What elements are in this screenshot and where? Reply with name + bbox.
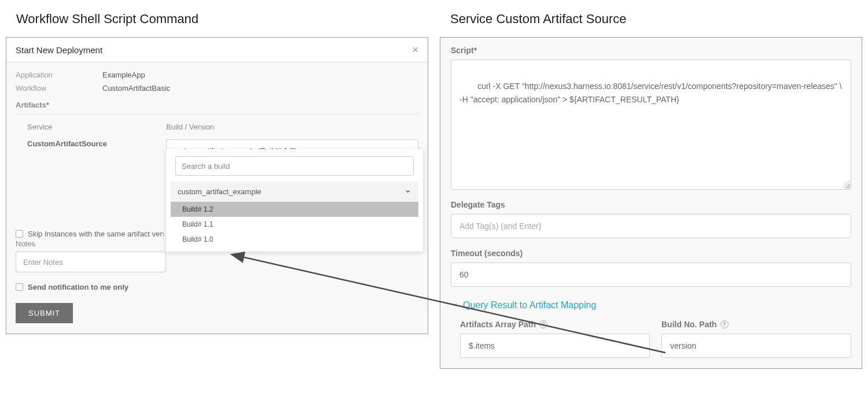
array-path-label-text: Artifacts Array Path <box>460 320 536 329</box>
service-column-header: Service <box>27 123 166 131</box>
build-search-placeholder: Search a build <box>182 162 230 171</box>
checkbox-icon[interactable] <box>16 283 23 291</box>
script-label: Script* <box>451 46 851 55</box>
service-name: CustomArtifactSource <box>27 139 166 148</box>
build-column-header: Build / Version <box>166 123 418 131</box>
build-option[interactable]: Build# 1.2 <box>171 202 418 217</box>
chevron-down-icon <box>451 300 458 310</box>
build-path-input[interactable]: version <box>661 334 851 358</box>
skip-instances-label: Skip Instances with the same artifact ve… <box>28 230 164 238</box>
build-group-header[interactable]: custom_artifact_example <box>171 182 418 202</box>
notify-label: Send notification to me only <box>28 283 128 291</box>
modal-title: Start New Deployment <box>16 45 102 55</box>
build-search-input[interactable]: Search a build <box>175 156 414 176</box>
build-option[interactable]: Build# 1.0 <box>171 232 418 247</box>
resize-handle-icon[interactable] <box>843 181 849 188</box>
timeout-input[interactable]: 60 <box>451 263 851 287</box>
array-path-label: Artifacts Array Path ? <box>460 320 650 329</box>
help-icon[interactable]: ? <box>539 320 547 328</box>
script-textarea[interactable]: curl -X GET "http://nexus3.harness.io:80… <box>451 60 851 190</box>
notes-placeholder: Enter Notes <box>23 258 63 267</box>
build-dropdown: Search a build custom_artifact_example B… <box>166 149 423 252</box>
build-group-name: custom_artifact_example <box>178 187 262 196</box>
mapping-header-text: Query Result to Artifact Mapping <box>463 300 596 310</box>
workflow-value: CustomArtifactBasic <box>102 84 170 93</box>
array-path-value: $.items <box>469 341 495 350</box>
mapping-collapse-header[interactable]: Query Result to Artifact Mapping <box>451 300 851 310</box>
application-value: ExampleApp <box>102 71 145 79</box>
artifacts-header: Artifacts* <box>16 101 418 114</box>
notes-input[interactable]: Enter Notes <box>16 252 166 272</box>
close-icon[interactable]: × <box>412 45 418 55</box>
right-section-title: Service Custom Artifact Source <box>450 12 862 27</box>
delegate-tags-label: Delegate Tags <box>451 200 851 209</box>
help-icon[interactable]: ? <box>720 320 729 328</box>
delegate-tags-input[interactable]: Add Tag(s) (and Enter) <box>451 214 851 238</box>
delegate-tags-placeholder: Add Tag(s) (and Enter) <box>459 221 541 231</box>
script-content: curl -X GET "http://nexus3.harness.io:80… <box>459 82 842 104</box>
build-path-label-text: Build No. Path <box>661 320 717 329</box>
artifact-source-panel: Script* curl -X GET "http://nexus3.harne… <box>440 37 862 369</box>
application-label: Application <box>16 71 102 79</box>
build-option[interactable]: Build# 1.1 <box>171 217 418 232</box>
chevron-down-icon <box>404 186 411 197</box>
timeout-label: Timeout (seconds) <box>451 249 851 258</box>
submit-button[interactable]: SUBMIT <box>16 303 73 323</box>
checkbox-icon[interactable] <box>16 230 23 238</box>
notify-row[interactable]: Send notification to me only <box>16 283 418 291</box>
build-path-label: Build No. Path ? <box>661 320 851 329</box>
array-path-input[interactable]: $.items <box>460 334 650 358</box>
build-path-value: version <box>670 341 696 350</box>
workflow-label: Workflow <box>16 84 102 93</box>
deployment-modal: Start New Deployment × Application Examp… <box>6 37 428 334</box>
left-section-title: Workflow Shell Script Command <box>16 12 428 27</box>
timeout-value: 60 <box>459 270 469 279</box>
